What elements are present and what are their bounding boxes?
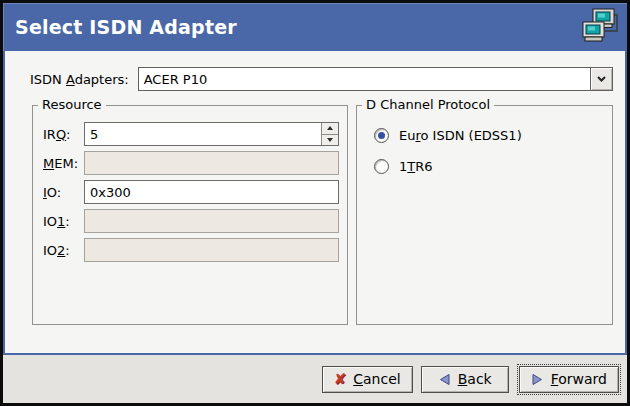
io1-label: IO1: [43, 214, 84, 229]
irq-row: IRQ: [43, 122, 339, 146]
io-input[interactable] [84, 180, 339, 204]
spin-up-icon [327, 126, 333, 130]
io1-input [84, 209, 339, 233]
io2-input [84, 238, 339, 262]
chevron-down-icon [597, 76, 606, 82]
spin-down-icon [327, 138, 333, 142]
d-channel-protocol-group-title: D Channel Protocol [362, 97, 494, 112]
irq-spin-up-button[interactable] [322, 123, 338, 135]
forward-button-focus-ring: Forward [517, 364, 621, 395]
back-button-label: Back [458, 371, 492, 387]
radio-1tr6[interactable]: 1TR6 [374, 159, 604, 174]
io-label: IO: [43, 185, 84, 200]
io-row: IO: [43, 180, 339, 204]
io2-row: IO2: [43, 238, 339, 262]
resource-group: Resource IRQ: MEM: [32, 105, 348, 325]
irq-spinbutton-input[interactable] [84, 122, 339, 146]
radio-1tr6-label: 1TR6 [399, 159, 433, 174]
page-title: Select ISDN Adapter [15, 16, 237, 38]
combobox-dropdown-button[interactable] [590, 68, 612, 90]
cancel-button[interactable]: ✘ Cancel [322, 366, 413, 393]
forward-button-label: Forward [551, 371, 607, 387]
irq-spin-down-button[interactable] [322, 135, 338, 146]
back-arrow-icon [438, 373, 451, 386]
radio-unselected-icon [374, 159, 389, 174]
dialog-select-isdn-adapter: Select ISDN Adapter ISDN Adapters: ACER … [0, 0, 630, 406]
d-channel-protocol-group: D Channel Protocol Euro ISDN (EDSS1) 1TR… [356, 105, 613, 325]
isdn-adapter-selected-value: ACER P10 [139, 68, 590, 90]
radio-selected-icon [374, 128, 389, 143]
io1-row: IO1: [43, 209, 339, 233]
isdn-adapters-label: ISDN Adapters: [30, 72, 129, 87]
back-button[interactable]: Back [421, 366, 509, 393]
radio-euro-isdn-label: Euro ISDN (EDSS1) [399, 128, 522, 143]
resource-group-title: Resource [38, 97, 106, 112]
mem-label: MEM: [43, 156, 84, 171]
wizard-content-panel: ISDN Adapters: ACER P10 Resource IRQ: [5, 51, 625, 353]
mem-input [84, 151, 339, 175]
button-bar: ✘ Cancel Back Forward [3, 355, 627, 403]
forward-button[interactable]: Forward [519, 366, 619, 393]
wizard-content-frame: ISDN Adapters: ACER P10 Resource IRQ: [3, 51, 627, 355]
radio-euro-isdn[interactable]: Euro ISDN (EDSS1) [374, 128, 604, 143]
cancel-x-icon: ✘ [334, 372, 347, 387]
irq-label: IRQ: [43, 127, 84, 142]
isdn-adapter-combobox[interactable]: ACER P10 [138, 67, 613, 91]
cancel-button-label: Cancel [353, 371, 400, 387]
forward-arrow-icon [531, 373, 544, 386]
mem-row: MEM: [43, 151, 339, 175]
wizard-banner: Select ISDN Adapter [3, 3, 627, 51]
network-computers-icon [581, 8, 619, 46]
io2-label: IO2: [43, 243, 84, 258]
